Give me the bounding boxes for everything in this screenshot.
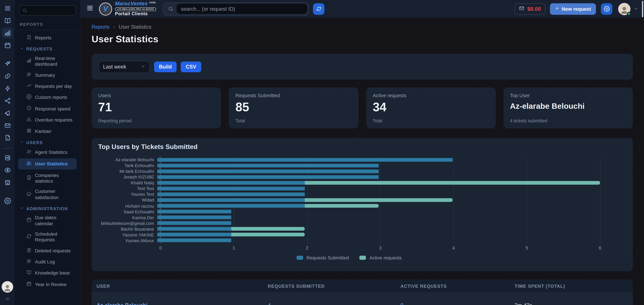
rail-icon-lightning[interactable] <box>2 83 13 94</box>
user-menu[interactable] <box>618 3 638 15</box>
rail-icon-gear[interactable] <box>2 195 13 206</box>
sidebar-item-due-dates-calendar[interactable]: Due dates calendar <box>15 213 80 229</box>
bar-active-requests[interactable] <box>305 181 600 185</box>
rail-icon-book-open[interactable] <box>2 15 13 26</box>
settings-button[interactable] <box>601 3 612 14</box>
breadcrumb-link-reports[interactable]: Reports <box>92 24 110 30</box>
table-cell-time-spent: 2m 42s <box>515 302 633 305</box>
chart-row: Karima Der <box>98 215 600 220</box>
table-cell-requests-submitted[interactable]: 4 <box>268 302 400 305</box>
sidebar-item-kanban[interactable]: Kanban <box>15 125 80 137</box>
period-select[interactable]: Last week <box>98 60 150 73</box>
rail-icon-bar-chart[interactable] <box>2 27 13 38</box>
rail-icon-menu-lines[interactable] <box>2 3 13 13</box>
sidebar-item-year-in-review[interactable]: Year In Review <box>15 279 80 290</box>
bar-active-requests[interactable] <box>305 204 379 208</box>
rail-icon-megaphone[interactable] <box>2 108 13 118</box>
users-icon <box>26 161 32 167</box>
filter-bar: Last week Build CSV <box>92 54 633 80</box>
sidebar-search-input[interactable] <box>30 8 72 13</box>
stat-card-top-user: Top User Az-elarabe Belouchi 4 tickets s… <box>504 87 633 129</box>
rail-icon-dollar-coin[interactable] <box>2 165 13 175</box>
legend-item[interactable]: Requests Submitted <box>296 255 349 260</box>
sidebar-item-knowledge-base[interactable]: Knowledge base <box>15 268 80 279</box>
rail-items <box>2 3 13 208</box>
csv-button[interactable]: CSV <box>181 61 201 72</box>
sidebar-item-response-speed[interactable]: Response speed <box>15 103 80 114</box>
new-request-button[interactable]: New request <box>550 3 596 14</box>
lines-icon <box>26 259 32 265</box>
sidebar-group-administration[interactable]: ADMINISTRATION <box>15 203 80 213</box>
sidebar-item-deleted-requests[interactable]: Deleted requests <box>15 245 80 256</box>
chart-category-label: Mr.tarik Echouafni <box>98 169 157 174</box>
rail-icon-server[interactable] <box>2 152 13 163</box>
balance-chip[interactable]: $0.00 <box>514 3 545 14</box>
global-search[interactable] <box>163 2 309 15</box>
bar-active-requests[interactable] <box>231 227 305 231</box>
sidebar-item-custom-reports[interactable]: Custom reports <box>15 92 80 103</box>
sidebar-group-requests[interactable]: REQUESTS <box>15 43 80 53</box>
chevron-down-icon[interactable] <box>633 5 638 12</box>
bar-requests-submitted[interactable] <box>157 164 379 167</box>
collapse-sidebar-icon[interactable] <box>5 296 10 303</box>
hamburger-menu-icon[interactable] <box>86 4 94 13</box>
sidebar-item-overdue-requests[interactable]: Overdue requests <box>15 114 80 125</box>
bar-requests-submitted[interactable] <box>157 187 305 190</box>
chevron-down-icon <box>20 206 24 211</box>
bar-requests-submitted[interactable] <box>157 210 231 214</box>
bar-requests-submitted[interactable] <box>157 239 231 242</box>
sidebar-item-requests-per-day[interactable]: Requests per day <box>15 81 80 92</box>
avatar[interactable] <box>618 3 630 15</box>
bar-requests-submitted[interactable] <box>157 227 231 231</box>
bar-active-requests[interactable] <box>305 198 452 202</box>
rail-icon-file-text[interactable] <box>2 132 13 143</box>
bar-requests-submitted[interactable] <box>157 221 231 225</box>
scrollbar-thumb[interactable] <box>642 1 643 17</box>
axis-tick-label: 0 <box>159 245 162 250</box>
bar-requests-submitted[interactable] <box>157 158 452 162</box>
rail-icon-storefront[interactable] <box>2 177 13 188</box>
calendar-dots-icon <box>26 281 32 288</box>
chart-category-label: Yassine YAKINE <box>98 232 157 237</box>
table-cell-user-link[interactable]: Az-elarabe Belouchi <box>96 302 268 305</box>
rail-icon-sparkles[interactable] <box>2 58 13 69</box>
bar-requests-submitted[interactable] <box>157 175 379 179</box>
sidebar-item-companies-statistics[interactable]: Companies statistics <box>15 170 80 186</box>
refresh-icon <box>26 234 32 240</box>
sidebar-item-real-time-dashboard[interactable]: Real-time dashboard <box>15 53 80 69</box>
sidebar-item-summary[interactable]: Summary <box>15 69 80 81</box>
table-cell-active-requests[interactable]: 0 <box>400 302 515 305</box>
sidebar-item-audit-log[interactable]: Audit Log <box>15 256 80 268</box>
bar-requests-submitted[interactable] <box>157 216 231 219</box>
sidebar-group-users[interactable]: USERS <box>15 137 80 147</box>
build-button[interactable]: Build <box>154 61 176 72</box>
global-search-input[interactable] <box>177 4 308 14</box>
bar-requests-submitted[interactable] <box>157 181 305 185</box>
sidebar-search[interactable] <box>19 5 76 15</box>
bar-requests-submitted[interactable] <box>157 233 231 237</box>
sidebar-item-agent-statistics[interactable]: Agent Statistics <box>15 147 80 158</box>
user-plus-icon <box>26 149 32 156</box>
chart-category-label: Tarik Echouafni <box>98 163 157 168</box>
sidebar-item-customer-satisfaction[interactable]: Customer satisfaction <box>15 186 80 203</box>
rail-icon-share-nodes[interactable] <box>2 95 13 106</box>
bar-active-requests[interactable] <box>231 233 305 237</box>
refresh-button[interactable] <box>313 3 325 14</box>
bar-chart: Az-elarabe BelouchiTarik EchouafniMr.tar… <box>98 157 600 260</box>
bar-requests-submitted[interactable] <box>157 198 305 202</box>
sidebar-item-scheduled-requests[interactable]: Scheduled Requests <box>15 229 80 245</box>
legend-item[interactable]: Active requests <box>360 255 402 260</box>
bar-requests-submitted[interactable] <box>157 204 305 208</box>
bar-requests-submitted[interactable] <box>157 169 379 173</box>
chart-row: Khalid Natiq <box>98 180 600 186</box>
rail-icon-wallet[interactable] <box>2 120 13 131</box>
smiley-icon <box>26 191 32 198</box>
bar-requests-submitted[interactable] <box>157 192 305 196</box>
sidebar-item-reports[interactable]: Reports <box>15 32 80 43</box>
wallet-icon <box>519 5 524 12</box>
rail-avatar[interactable] <box>2 281 13 293</box>
rail-icon-calendar[interactable] <box>2 40 13 51</box>
sidebar-item-user-statistics[interactable]: User Statistics <box>18 158 77 170</box>
rail-icon-link[interactable] <box>2 70 13 81</box>
chart-row: Tarik Echouafni <box>98 163 600 168</box>
